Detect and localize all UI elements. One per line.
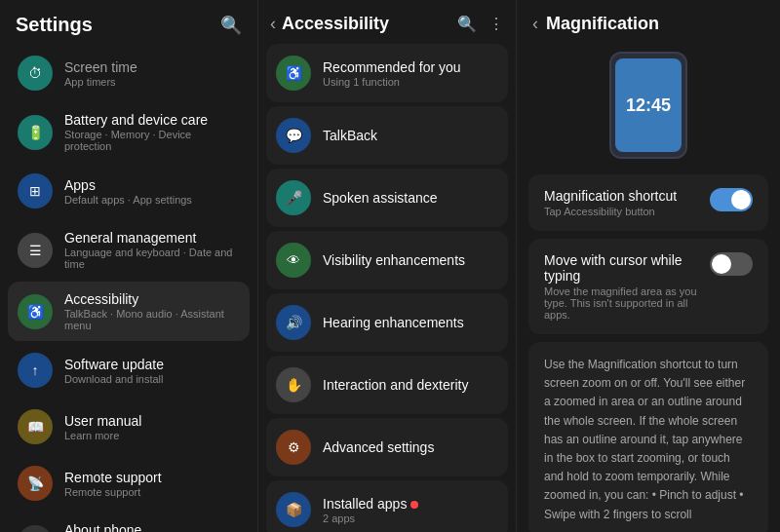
mid-items-list: ♿ Recommended for you Using 1 function 💬… [258, 44, 516, 532]
left-item-icon-manual: 📖 [18, 409, 53, 444]
mid-panel: ‹ Accessibility 🔍 ⋮ ♿ Recommended for yo… [258, 0, 517, 532]
mid-item-text-recommended: Recommended for you Using 1 function [323, 59, 498, 88]
mid-item-title-hearing: Hearing enhancements [323, 315, 498, 330]
left-item-icon-apps: ⊞ [18, 173, 53, 209]
left-item-screen-time[interactable]: ⏱ Screen time App timers [8, 46, 250, 100]
mid-item-icon-visibility: 👁 [276, 243, 311, 278]
left-item-remote[interactable]: 📡 Remote support Remote support [8, 456, 250, 511]
left-item-title-remote: Remote support [64, 470, 240, 485]
mid-item-icon-spoken: 🎤 [276, 180, 311, 215]
mid-item-title-talkback: TalkBack [323, 128, 498, 143]
left-item-manual[interactable]: 📖 User manual Learn more [8, 399, 250, 454]
left-item-icon-screen-time: ⏱ [18, 56, 53, 91]
left-item-icon-remote: 📡 [18, 466, 53, 501]
mid-item-icon-hearing: 🔊 [276, 305, 311, 340]
left-item-text-about: About phone Status · Legal information ·… [64, 522, 240, 532]
mid-item-interaction[interactable]: ✋ Interaction and dexterity [266, 356, 508, 414]
left-item-general[interactable]: ☰ General management Language and keyboa… [8, 220, 250, 280]
mid-header-left: ‹ Accessibility [270, 14, 389, 34]
right-setting-title-mag-shortcut: Magnification shortcut [544, 188, 702, 204]
left-item-about[interactable]: ℹ About phone Status · Legal information… [8, 513, 250, 532]
mid-header: ‹ Accessibility 🔍 ⋮ [258, 0, 516, 44]
right-panel-title: Magnification [546, 14, 659, 34]
mid-item-icon-recommended: ♿ [276, 56, 311, 91]
left-item-icon-battery: 🔋 [18, 115, 53, 150]
right-setting-text-move-cursor: Move with cursor while typing Move the m… [544, 252, 702, 321]
left-item-icon-accessibility: ♿ [18, 294, 53, 329]
search-icon[interactable]: 🔍 [220, 15, 242, 36]
left-item-text-accessibility: Accessibility TalkBack · Mono audio · As… [64, 291, 240, 331]
toggle-move-cursor[interactable] [710, 252, 753, 276]
mid-item-talkback[interactable]: 💬 TalkBack [266, 106, 508, 165]
left-item-text-battery: Battery and device care Storage · Memory… [64, 112, 240, 152]
right-setting-row-mag-shortcut: Magnification shortcut Tap Accessibility… [544, 188, 753, 217]
right-setting-row-move-cursor: Move with cursor while typing Move the m… [544, 252, 753, 321]
left-item-subtitle-battery: Storage · Memory · Device protection [64, 129, 240, 152]
left-item-text-remote: Remote support Remote support [64, 470, 240, 498]
toggle-knob-move-cursor [712, 254, 731, 274]
mid-item-title-spoken: Spoken assistance [323, 190, 498, 206]
right-setting-subtitle-mag-shortcut: Tap Accessibility button [544, 206, 702, 217]
left-item-subtitle-screen-time: App timers [64, 76, 240, 88]
mid-item-title-visibility: Visibility enhancements [323, 252, 498, 268]
mid-item-subtitle-installed: 2 apps [323, 513, 498, 524]
left-item-apps[interactable]: ⊞ Apps Default apps · App settings [8, 164, 250, 218]
mid-search-icon[interactable]: 🔍 [457, 15, 477, 33]
left-panel-title: Settings [16, 14, 93, 36]
mid-item-title-recommended: Recommended for you [323, 59, 498, 75]
left-item-subtitle-accessibility: TalkBack · Mono audio · Assistant menu [64, 308, 240, 331]
phone-mock: 12:45 [609, 52, 687, 159]
left-item-text-manual: User manual Learn more [64, 413, 240, 441]
mid-item-subtitle-recommended: Using 1 function [323, 76, 498, 88]
left-item-subtitle-apps: Default apps · App settings [64, 194, 240, 206]
left-item-title-about: About phone [64, 522, 240, 532]
mid-item-text-hearing: Hearing enhancements [323, 315, 498, 330]
left-item-accessibility[interactable]: ♿ Accessibility TalkBack · Mono audio · … [8, 282, 250, 341]
mid-item-advanced[interactable]: ⚙ Advanced settings [266, 418, 508, 476]
mid-item-text-interaction: Interaction and dexterity [323, 377, 498, 393]
left-item-subtitle-manual: Learn more [64, 430, 240, 441]
phone-preview: 12:45 [528, 44, 768, 174]
left-item-title-battery: Battery and device care [64, 112, 240, 128]
right-setting-text-mag-shortcut: Magnification shortcut Tap Accessibility… [544, 188, 702, 217]
left-item-subtitle-software: Download and install [64, 373, 240, 385]
left-item-title-apps: Apps [64, 177, 240, 193]
left-item-title-software: Software update [64, 357, 240, 372]
mid-item-visibility[interactable]: 👁 Visibility enhancements [266, 231, 508, 289]
left-item-battery[interactable]: 🔋 Battery and device care Storage · Memo… [8, 102, 250, 162]
phone-screen: 12:45 [615, 58, 682, 152]
mid-item-hearing[interactable]: 🔊 Hearing enhancements [266, 293, 508, 352]
mid-item-text-visibility: Visibility enhancements [323, 252, 498, 268]
toggle-mag-shortcut[interactable] [710, 188, 753, 211]
right-content: 12:45 Magnification shortcut Tap Accessi… [517, 44, 780, 532]
right-back-icon[interactable]: ‹ [532, 14, 538, 34]
toggle-knob-mag-shortcut [731, 190, 751, 209]
left-item-icon-general: ☰ [18, 233, 53, 268]
left-item-subtitle-general: Language and keyboard · Date and time [64, 247, 240, 270]
mid-back-icon[interactable]: ‹ [270, 14, 276, 34]
mid-item-installed[interactable]: 📦 Installed apps 2 apps [266, 480, 508, 532]
mid-item-text-talkback: TalkBack [323, 128, 498, 143]
left-item-title-accessibility: Accessibility [64, 291, 240, 307]
left-item-software[interactable]: ↑ Software update Download and install [8, 343, 250, 398]
left-item-subtitle-remote: Remote support [64, 486, 240, 498]
left-item-title-screen-time: Screen time [64, 59, 240, 75]
right-setting-move-cursor: Move with cursor while typing Move the m… [528, 239, 768, 334]
mid-item-title-interaction: Interaction and dexterity [323, 377, 498, 393]
mid-item-text-installed: Installed apps 2 apps [323, 496, 498, 524]
left-item-title-manual: User manual [64, 413, 240, 429]
mid-item-title-installed: Installed apps [323, 496, 498, 512]
left-item-title-general: General management [64, 230, 240, 246]
mid-item-title-advanced: Advanced settings [323, 439, 498, 455]
right-setting-title-move-cursor: Move with cursor while typing [544, 252, 702, 284]
mid-item-spoken[interactable]: 🎤 Spoken assistance [266, 169, 508, 227]
mid-item-recommended[interactable]: ♿ Recommended for you Using 1 function [266, 44, 508, 102]
mid-item-icon-installed: 📦 [276, 492, 311, 527]
left-item-icon-software: ↑ [18, 353, 53, 388]
right-setting-subtitle-move-cursor: Move the magnified area as you type. Thi… [544, 285, 702, 321]
left-item-icon-about: ℹ [18, 525, 53, 533]
left-header: Settings 🔍 [0, 0, 257, 46]
mid-more-icon[interactable]: ⋮ [488, 15, 504, 33]
left-item-text-screen-time: Screen time App timers [64, 59, 240, 88]
mid-item-text-advanced: Advanced settings [323, 439, 498, 455]
